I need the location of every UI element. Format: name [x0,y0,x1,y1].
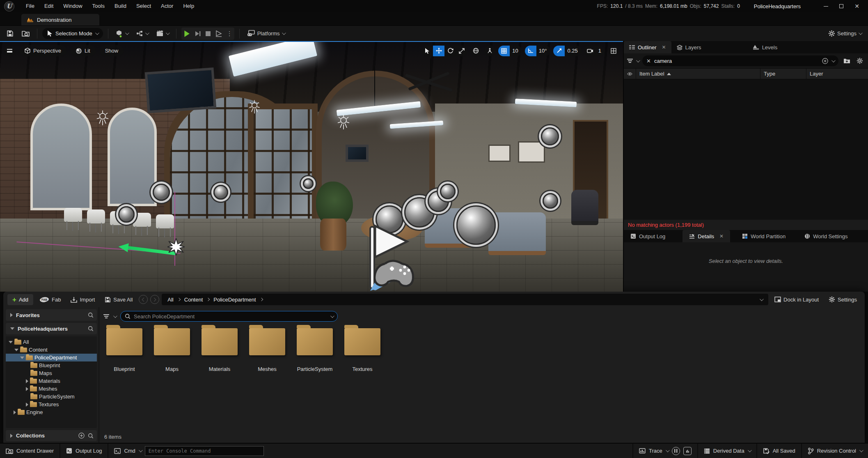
dock-in-layout-button[interactable]: Dock in Layout [771,294,822,305]
save-all-button[interactable]: Save All [101,294,136,305]
type-column-header[interactable]: Type [760,69,806,79]
cmd-dropdown[interactable]: Cmd [108,444,269,458]
derived-data-dropdown[interactable]: Derived Data [698,444,757,458]
tree-item-all[interactable]: All [6,338,97,346]
search-icon[interactable] [88,326,94,331]
tree-item-content[interactable]: Content [6,346,97,354]
blueprints-button[interactable] [134,28,151,39]
folder-tile-materials[interactable]: Materials [201,328,238,372]
search-icon[interactable] [88,312,94,318]
cinematics-button[interactable] [154,28,171,39]
add-collection-icon[interactable] [78,433,85,439]
clear-search-icon[interactable]: ✕ [646,58,651,64]
tab-demonstration[interactable]: Demonstration [21,14,99,25]
content-browser-settings-button[interactable]: Settings [825,294,861,305]
back-button[interactable] [139,295,148,304]
stop-button[interactable] [205,31,211,37]
move-tool-button[interactable] [433,46,444,56]
output-log-button[interactable]: Output Log [60,444,108,458]
revision-control-dropdown[interactable]: Revision Control [802,444,868,458]
particle-sparks-icon[interactable] [167,238,185,255]
menu-help[interactable]: Help [179,0,198,12]
trace-pause-icon[interactable] [672,447,680,455]
play-button[interactable] [183,30,190,37]
tab-output-log[interactable]: Output Log [624,230,672,242]
item-label-column-header[interactable]: Item Label [636,69,760,79]
folder-tile-maps[interactable]: Maps [153,328,190,372]
outliner-settings-button[interactable] [855,56,865,66]
breadcrumb-content[interactable]: Content [184,297,203,303]
asset-search-input[interactable] [134,313,327,320]
filter-icon[interactable] [103,314,109,318]
viewport-scene[interactable] [0,42,623,292]
asset-search-field[interactable] [120,311,338,322]
surface-snapping-button[interactable] [484,45,495,56]
search-icon[interactable] [88,433,94,439]
tab-layers[interactable]: Layers [671,41,707,53]
chevron-down-icon[interactable] [113,314,117,318]
trace-snapshot-icon[interactable] [683,447,692,455]
chevron-down-icon[interactable] [831,58,836,62]
tab-levels[interactable]: Levels [748,41,783,53]
trace-dropdown[interactable]: Trace [632,444,698,458]
console-command-input[interactable] [149,448,260,454]
content-drawer-button[interactable]: Content Drawer [0,444,60,458]
folder-tile-particlesystem[interactable]: ParticleSystem [296,328,333,372]
selection-mode-dropdown[interactable]: Selection Mode [42,28,103,39]
folder-tile-textures[interactable]: Textures [344,328,381,372]
menu-build[interactable]: Build [110,0,131,12]
layer-column-header[interactable]: Layer [806,69,868,79]
sphere-light-billboard-icon[interactable] [456,205,496,245]
folder-tile-blueprint[interactable]: Blueprint [106,328,143,372]
close-tab-icon[interactable]: ✕ [719,233,724,239]
chevron-down-icon[interactable] [636,58,640,62]
lit-dropdown[interactable]: Lit [71,45,96,56]
forward-button[interactable] [150,295,159,304]
collections-section-header[interactable]: Collections [6,430,97,441]
menu-window[interactable]: Window [59,0,86,12]
scale-tool-button[interactable] [456,46,467,56]
menu-select[interactable]: Select [132,0,155,12]
create-folder-button[interactable] [842,56,852,66]
platforms-dropdown[interactable]: Platforms [245,28,287,39]
sphere-light-billboard-icon[interactable] [153,184,170,201]
viewport[interactable]: Perspective Lit Show [0,41,623,292]
outliner-search-input[interactable] [654,58,819,64]
grid-snap-button[interactable] [498,46,510,56]
browse-content-button[interactable] [19,28,32,39]
visibility-column-header[interactable] [624,69,636,79]
sphere-light-billboard-icon[interactable] [213,185,228,200]
scale-snap-value[interactable]: 0.25 [565,48,581,54]
tab-outliner[interactable]: Outliner ✕ [624,41,671,53]
outliner-list-area[interactable] [624,79,868,220]
viewport-options-button[interactable] [4,45,15,56]
tree-item-meshes[interactable]: Meshes [6,385,97,393]
rotation-snap-button[interactable] [525,46,536,56]
tree-item-blueprint[interactable]: Blueprint [6,361,97,369]
rotation-snap-value[interactable]: 10° [536,48,551,54]
player-start-billboard-icon[interactable] [361,223,423,292]
tree-item-textures[interactable]: Textures [6,400,97,408]
play-options-icon[interactable]: ⋮ [227,30,233,37]
minimize-button[interactable] [819,1,833,12]
launch-button[interactable] [215,30,222,37]
tab-world-partition[interactable]: World Partition [737,230,791,242]
select-tool-button[interactable] [421,46,433,56]
maximize-button[interactable] [834,1,848,12]
close-button[interactable]: ✕ [850,1,864,12]
fab-button[interactable]: FAB Fab [36,294,64,305]
tree-item-particlesystem[interactable]: ParticleSystem [6,393,97,400]
sphere-light-billboard-icon[interactable] [541,127,559,145]
console-command-field[interactable] [145,446,264,456]
tree-item-policedepartment[interactable]: PoliceDepartment [6,354,97,361]
sphere-light-billboard-icon[interactable] [440,184,456,199]
tab-details[interactable]: Details ✕ [682,230,730,242]
import-button[interactable]: Import [67,294,98,305]
folder-tile-meshes[interactable]: Meshes [249,328,286,372]
breadcrumb-chevron-down-icon[interactable] [760,297,764,301]
project-section-header[interactable]: PoliceHeadquarters [6,323,97,334]
filter-icon[interactable] [627,59,633,63]
tree-item-engine[interactable]: Engine [6,408,97,416]
grid-snap-value[interactable]: 10 [510,48,522,54]
camera-speed-button[interactable] [584,46,596,56]
